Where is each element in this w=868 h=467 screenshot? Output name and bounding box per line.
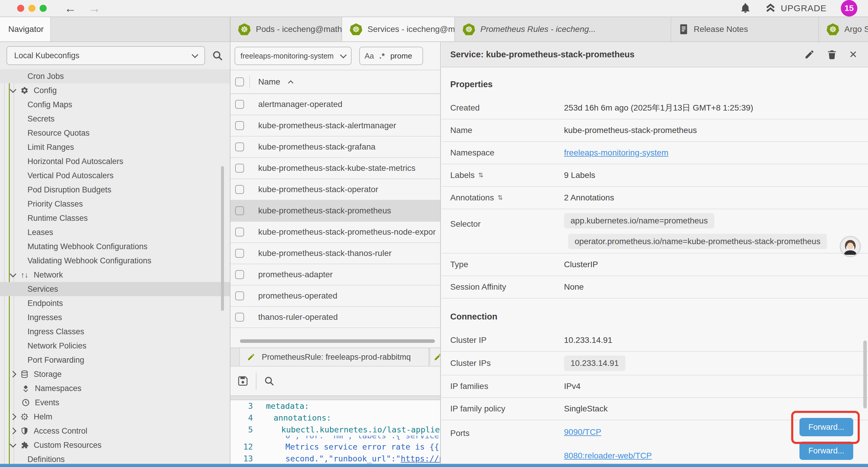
expand-toggle-icon[interactable]: ⇅ xyxy=(498,194,503,202)
close-window-button[interactable] xyxy=(17,5,24,12)
row-checkbox[interactable] xyxy=(235,121,244,130)
table-row[interactable]: kube-prometheus-stack-prometheus-node-ex… xyxy=(230,222,440,243)
sidebar-item-ingresses[interactable]: Ingresses xyxy=(0,310,230,324)
sidebar-item-config-maps[interactable]: Config Maps xyxy=(0,97,230,112)
row-checkbox[interactable] xyxy=(235,313,244,322)
trash-icon[interactable] xyxy=(827,49,837,60)
table-row-selected[interactable]: kube-prometheus-stack-prometheus xyxy=(230,200,440,222)
notification-count-badge[interactable]: 15 xyxy=(841,0,857,17)
edit-pencil-icon[interactable] xyxy=(804,49,815,60)
sidebar-group-storage[interactable]: Storage xyxy=(0,367,230,381)
match-case-toggle[interactable]: Aa xyxy=(365,52,374,61)
tab-services[interactable]: ☸ Services - icecheng@math... ✕ xyxy=(342,17,455,41)
save-icon[interactable] xyxy=(237,375,249,387)
sidebar-item-endpoints[interactable]: Endpoints xyxy=(0,296,230,310)
namespace-link[interactable]: freeleaps-monitoring-system xyxy=(564,148,668,157)
select-all-checkbox[interactable] xyxy=(235,78,244,86)
close-icon[interactable]: ✕ xyxy=(849,49,858,60)
tab-pods[interactable]: ☸ Pods - icecheng@mathmas... xyxy=(230,17,342,41)
namespace-select[interactable]: freeleaps-monitoring-system xyxy=(235,47,351,65)
sidebar-item-cron-jobs[interactable]: Cron Jobs xyxy=(0,69,230,83)
sidebar-group-access-control[interactable]: Access Control xyxy=(0,424,230,438)
row-checkbox[interactable] xyxy=(235,100,244,109)
back-arrow-icon[interactable]: ← xyxy=(64,2,76,14)
sidebar-item-mutating-webhook-configurations[interactable]: Mutating Webhook Configurations xyxy=(0,239,230,254)
row-checkbox[interactable] xyxy=(235,249,244,258)
puzzle-icon xyxy=(20,441,29,449)
sidebar-item-limit-ranges[interactable]: Limit Ranges xyxy=(0,140,230,154)
table-row[interactable]: kube-prometheus-stack-kube-state-metrics xyxy=(230,158,440,179)
sidebar-item-ingress-classes[interactable]: Ingress Classes xyxy=(0,324,230,339)
sidebar-item-network-policies[interactable]: Network Policies xyxy=(0,339,230,353)
tab-release-notes[interactable]: Release Notes xyxy=(671,17,819,41)
list-search-input[interactable]: Aa .* prome xyxy=(359,47,423,65)
table-row[interactable]: prometheus-adapter xyxy=(230,264,440,286)
yaml-editor[interactable]: 3metadata: 4annotations: 5kubectl.kubern… xyxy=(230,400,440,464)
sidebar-item-validating-webhook-configurations[interactable]: Validating Webhook Configurations xyxy=(0,254,230,268)
detail-scrollbar-thumb[interactable] xyxy=(863,341,867,408)
search-icon[interactable] xyxy=(264,375,275,387)
row-checkbox[interactable] xyxy=(235,270,244,279)
tab-argo[interactable]: ☸ Argo Se xyxy=(819,17,868,41)
gear-icon xyxy=(20,86,29,95)
row-checkbox[interactable] xyxy=(235,185,244,194)
sidebar-item-horizontal-pod-autoscalers[interactable]: Horizontal Pod Autoscalers xyxy=(0,154,230,169)
sidebar-scrollbar-thumb[interactable] xyxy=(221,166,224,311)
sidebar-item-priority-classes[interactable]: Priority Classes xyxy=(0,197,230,211)
navigator-panel-tab[interactable]: Navigator xyxy=(0,17,51,41)
table-row[interactable]: kube-prometheus-stack-alertmanager xyxy=(230,115,440,137)
sidebar-item-secrets[interactable]: Secrets xyxy=(0,112,230,126)
sidebar-item-definitions[interactable]: Definitions xyxy=(0,452,230,464)
sidebar-item-runtime-classes[interactable]: Runtime Classes xyxy=(0,211,230,225)
minimize-window-button[interactable] xyxy=(28,5,35,12)
upgrade-button[interactable]: UPGRADE xyxy=(765,3,827,13)
zoom-window-button[interactable] xyxy=(39,5,47,12)
regex-toggle[interactable]: .* xyxy=(379,52,385,61)
row-checkbox[interactable] xyxy=(235,228,244,236)
property-row-namespace: Namespace freeleaps-monitoring-system xyxy=(441,142,868,164)
port-link-9090[interactable]: 9090/TCP xyxy=(564,428,601,437)
row-checkbox[interactable] xyxy=(235,143,244,151)
forward-arrow-icon[interactable]: → xyxy=(89,2,100,14)
table-row[interactable]: alertmanager-operated xyxy=(230,94,440,115)
sidebar-item-vertical-pod-autoscalers[interactable]: Vertical Pod Autoscalers xyxy=(0,169,230,183)
sidebar-group-config[interactable]: Config xyxy=(0,83,230,97)
sidebar-group-custom-resources[interactable]: Custom Resources xyxy=(0,438,230,452)
sidebar-item-namespaces[interactable]: Namespaces xyxy=(0,381,230,396)
search-icon[interactable] xyxy=(212,50,223,61)
chevron-down-icon xyxy=(10,441,17,448)
runbook-url-link[interactable]: https://net xyxy=(401,454,440,463)
user-avatar[interactable] xyxy=(840,236,861,257)
sort-ascending-icon[interactable] xyxy=(287,80,294,84)
forward-port-button-8080[interactable]: Forward... xyxy=(800,442,853,460)
row-checkbox[interactable] xyxy=(235,164,244,173)
sidebar-item-port-forwarding[interactable]: Port Forwarding xyxy=(0,353,230,367)
name-column-header[interactable]: Name xyxy=(258,77,280,87)
table-row[interactable]: prometheus-operated xyxy=(230,286,440,307)
table-row[interactable]: thanos-ruler-operated xyxy=(230,307,440,328)
property-row-session-affinity: Session Affinity None xyxy=(441,276,868,298)
horizontal-scrollbar-thumb[interactable] xyxy=(240,339,435,343)
kubeconfig-select[interactable]: Local Kubeconfigs xyxy=(6,46,205,65)
sidebar-item-events[interactable]: Events xyxy=(0,396,230,410)
tab-prometheus-rules[interactable]: ☸ Prometheus Rules - icecheng... xyxy=(455,17,671,41)
sidebar-item-resource-quotas[interactable]: Resource Quotas xyxy=(0,126,230,140)
expand-toggle-icon[interactable]: ⇅ xyxy=(478,171,484,179)
table-row[interactable]: kube-prometheus-stack-grafana xyxy=(230,137,440,158)
port-link-8080[interactable]: 8080:reloader-web/TCP xyxy=(564,451,652,461)
properties-heading: Properties xyxy=(441,67,868,97)
editor-tab-partial[interactable] xyxy=(430,348,440,366)
sidebar-item-leases[interactable]: Leases xyxy=(0,225,230,239)
notification-bell-icon[interactable] xyxy=(740,3,751,13)
editor-tab-prometheusrule[interactable]: PrometheusRule: freeleaps-prod-rabbitmq xyxy=(239,348,429,366)
sidebar-item-pod-disruption-budgets[interactable]: Pod Disruption Budgets xyxy=(0,183,230,197)
resource-tree: Cron Jobs Config Config Maps Secrets Res… xyxy=(0,69,230,464)
row-checkbox[interactable] xyxy=(235,206,244,215)
table-row[interactable]: kube-prometheus-stack-thanos-ruler xyxy=(230,243,440,264)
sidebar-item-services[interactable]: Services xyxy=(0,282,230,296)
row-checkbox[interactable] xyxy=(235,291,244,300)
table-row[interactable]: kube-prometheus-stack-operator xyxy=(230,179,440,200)
tab-strip: Navigator ☸ Pods - icecheng@mathmas... ☸… xyxy=(0,17,868,42)
sidebar-group-network[interactable]: ↑↓ Network xyxy=(0,268,230,282)
sidebar-group-helm[interactable]: Helm xyxy=(0,410,230,424)
